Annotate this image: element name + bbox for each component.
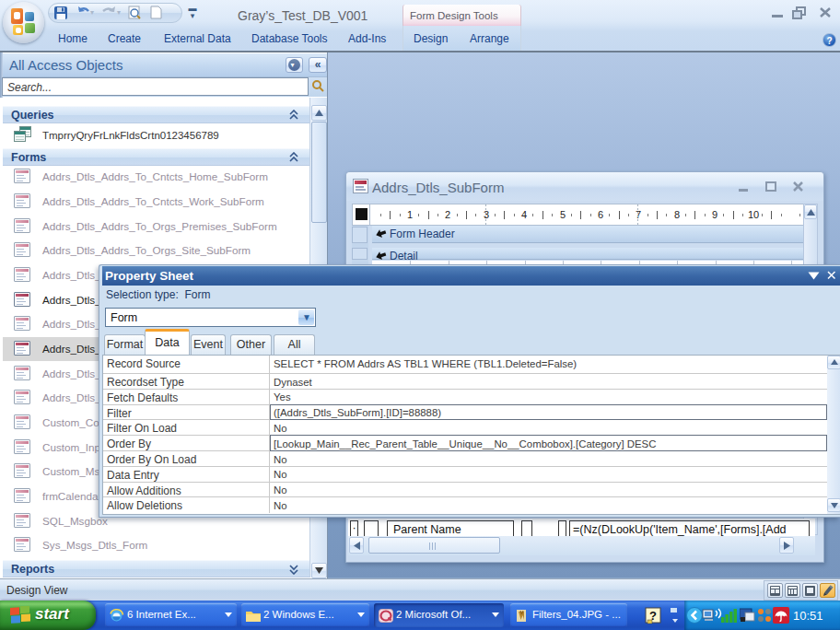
- svg-text:▾: ▾: [117, 8, 121, 17]
- svg-text:▾: ▾: [90, 8, 94, 17]
